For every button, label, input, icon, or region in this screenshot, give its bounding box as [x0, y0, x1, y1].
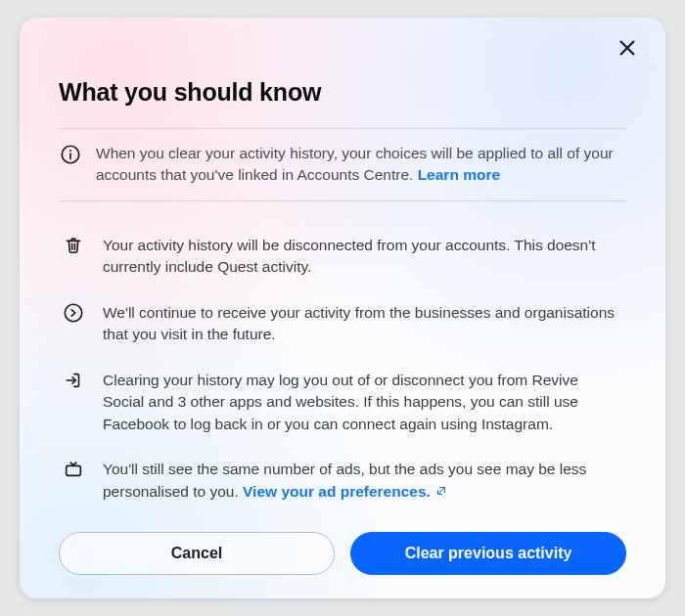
svg-point-5: [65, 304, 81, 321]
svg-rect-6: [67, 466, 81, 476]
list-item: Your activity history will be disconnect…: [62, 235, 623, 279]
svg-point-2: [69, 150, 71, 152]
close-icon: [616, 37, 638, 59]
list-item-text: Your activity history will be disconnect…: [103, 235, 623, 279]
close-row: [59, 31, 644, 65]
button-row: Cancel Clear previous activity: [59, 514, 626, 575]
info-icon: [59, 143, 82, 187]
list-item-text: You'll still see the same number of ads,…: [103, 459, 623, 503]
info-banner: When you clear your activity history, yo…: [59, 129, 626, 200]
list-item-text: Clearing your history may log you out of…: [103, 370, 623, 435]
list-item: You'll still see the same number of ads,…: [62, 459, 623, 503]
external-link-icon: [434, 484, 448, 498]
info-banner-text: When you clear your activity history, yo…: [96, 143, 626, 187]
close-button[interactable]: [611, 31, 644, 65]
arrow-circle-icon: [62, 302, 85, 346]
list-item: We'll continue to receive your activity …: [62, 302, 623, 346]
modal-backdrop: What you should know When you clear your…: [0, 0, 685, 616]
logout-icon: [62, 370, 85, 435]
list-item: Clearing your history may log you out of…: [62, 370, 623, 435]
info-list: Your activity history will be disconnect…: [59, 201, 626, 514]
ad-preferences-link-label: View your ad preferences.: [243, 483, 431, 500]
ad-preferences-link[interactable]: View your ad preferences.: [243, 483, 448, 500]
learn-more-link[interactable]: Learn more: [418, 166, 500, 183]
what-you-should-know-modal: What you should know When you clear your…: [20, 18, 665, 598]
info-banner-body: When you clear your activity history, yo…: [96, 145, 614, 183]
list-item-text: We'll continue to receive your activity …: [103, 302, 623, 346]
cancel-button[interactable]: Cancel: [59, 532, 335, 575]
modal-title: What you should know: [59, 78, 626, 107]
tv-icon: [62, 459, 85, 503]
clear-previous-activity-button[interactable]: Clear previous activity: [350, 532, 626, 575]
trash-icon: [62, 235, 85, 279]
